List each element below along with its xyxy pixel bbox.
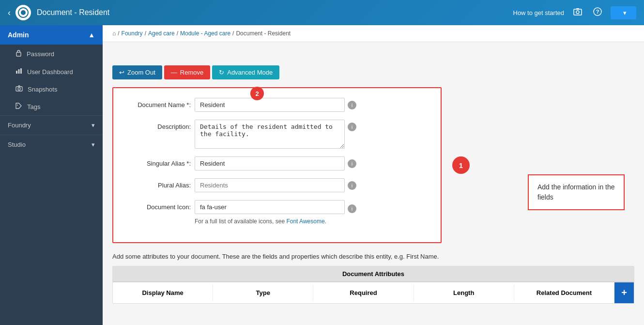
user-menu-button[interactable]: ▾: [611, 6, 636, 19]
sidebar-item-password[interactable]: Password: [0, 45, 103, 63]
studio-chevron-icon: ▾: [92, 141, 95, 148]
attributes-description: Add some attributes to your document. Th…: [112, 253, 634, 260]
col-related-document: Related Document: [514, 284, 614, 301]
col-display-name: Display Name: [113, 284, 213, 301]
svg-rect-10: [20, 68, 22, 74]
plural-alias-input[interactable]: [195, 178, 345, 192]
breadcrumb-sep3: /: [177, 30, 178, 37]
singular-alias-info-icon[interactable]: i: [348, 159, 356, 168]
sidebar-item-user-dashboard[interactable]: User Dashboard: [0, 63, 103, 80]
advanced-mode-label: Advanced Mode: [227, 69, 273, 76]
back-button[interactable]: ‹: [8, 8, 11, 18]
lock-icon: [15, 49, 22, 58]
remove-icon: —: [171, 69, 177, 76]
callout-text: Add the information in the fields: [537, 183, 615, 201]
plural-alias-info-icon[interactable]: i: [348, 181, 356, 190]
sidebar-item-user-dashboard-label: User Dashboard: [27, 68, 73, 76]
description-label: Description:: [128, 120, 191, 130]
home-icon[interactable]: ⌂: [112, 30, 116, 37]
attributes-section: Add some attributes to your document. Th…: [112, 253, 634, 304]
sidebar-admin-header[interactable]: Admin ▲: [0, 25, 103, 45]
breadcrumb-sep4: /: [232, 30, 234, 37]
callout-box: Add the information in the fields: [528, 174, 625, 210]
document-icon-info-icon[interactable]: i: [348, 204, 356, 213]
help-text: How to get started: [513, 9, 565, 16]
plural-alias-label: Plural Alias:: [128, 178, 191, 189]
topbar-right: How to get started ? ▾: [513, 5, 637, 20]
chart-icon: [15, 68, 22, 76]
col-required: Required: [313, 284, 414, 301]
sidebar-item-snapshots[interactable]: Snapshots: [0, 80, 103, 98]
svg-rect-9: [18, 69, 20, 74]
sidebar-item-tags-label: Tags: [27, 103, 40, 110]
main-content: ⌂ / Foundry / Aged care / Module - Aged …: [103, 25, 644, 325]
foundry-chevron-icon: ▾: [92, 122, 95, 129]
svg-rect-7: [16, 52, 21, 56]
plus-icon: +: [621, 287, 627, 298]
zoom-out-icon: ↩: [119, 69, 124, 76]
app-logo: [15, 5, 31, 20]
sidebar: Admin ▲ Password User Dashboard Snapshot…: [0, 25, 103, 325]
step1-badge: 1: [452, 156, 470, 174]
breadcrumb-aged-care[interactable]: Aged care: [148, 30, 175, 37]
breadcrumb-sep2: /: [145, 30, 146, 37]
remove-button[interactable]: — Remove: [164, 65, 210, 79]
col-type: Type: [213, 284, 313, 301]
description-row: Description: Details of the resident adm…: [128, 120, 426, 149]
add-attribute-button[interactable]: +: [614, 282, 634, 303]
breadcrumb-foundry[interactable]: Foundry: [122, 30, 143, 37]
document-name-label: Document Name *:: [128, 98, 191, 108]
zoom-out-button[interactable]: ↩ Zoom Out: [112, 65, 162, 79]
page-title: Document - Resident: [37, 8, 513, 17]
svg-rect-4: [576, 8, 579, 10]
toolbar: ↩ Zoom Out — Remove ↻ Advanced Mode: [112, 65, 634, 79]
svg-point-13: [17, 105, 18, 106]
sidebar-item-password-label: Password: [27, 50, 54, 58]
sidebar-item-snapshots-label: Snapshots: [28, 86, 57, 93]
sidebar-foundry-label: Foundry: [8, 122, 31, 129]
description-input[interactable]: Details of the resident admitted to the …: [195, 120, 345, 149]
breadcrumb-current: Document - Resident: [236, 30, 291, 37]
svg-point-3: [576, 11, 579, 14]
step2-badge: 2: [250, 87, 264, 100]
font-awesome-link[interactable]: Font Awesome: [286, 218, 324, 225]
document-name-info-icon[interactable]: i: [348, 101, 356, 109]
document-attributes-table: Document Attributes Display Name Type Re…: [112, 266, 634, 304]
table-columns-row: Display Name Type Required Length Relate…: [113, 282, 634, 303]
document-icon-label: Document Icon:: [128, 200, 191, 211]
description-info-icon[interactable]: i: [348, 123, 356, 131]
remove-label: Remove: [180, 69, 203, 76]
icon-note-text: For a full list of available icons, see …: [195, 218, 326, 225]
screenshot-icon[interactable]: [571, 5, 584, 20]
plural-alias-row: Plural Alias: i: [128, 178, 426, 192]
singular-alias-input[interactable]: [195, 156, 345, 170]
singular-alias-label: Singular Alias *:: [128, 156, 191, 167]
chevron-down-icon: ▾: [623, 9, 627, 16]
breadcrumb-sep1: /: [118, 30, 119, 37]
document-icon-row: Document Icon: i For a full list of avai…: [128, 200, 426, 225]
col-length: Length: [414, 284, 514, 301]
tag-icon: [15, 103, 22, 110]
admin-chevron-icon: ▲: [88, 31, 95, 39]
svg-rect-2: [574, 9, 582, 15]
singular-alias-row: Singular Alias *: i: [128, 156, 426, 170]
sidebar-item-tags[interactable]: Tags: [0, 98, 103, 115]
document-icon-input[interactable]: [195, 200, 345, 214]
document-name-input-wrap: i: [195, 98, 426, 112]
admin-label: Admin: [8, 31, 29, 39]
content-area: 2 ↩ Zoom Out — Remove ↻ Advanced Mode: [103, 42, 644, 311]
help-icon[interactable]: ?: [591, 5, 604, 20]
advanced-mode-button[interactable]: ↻ Advanced Mode: [212, 65, 279, 79]
sidebar-studio-label: Studio: [8, 141, 26, 148]
document-name-row: Document Name *: i: [128, 98, 426, 112]
sidebar-section-foundry[interactable]: Foundry ▾: [0, 115, 103, 135]
topbar: ‹ Document - Resident How to get started…: [0, 0, 644, 25]
svg-rect-8: [16, 71, 17, 74]
advanced-mode-icon: ↻: [219, 69, 224, 76]
document-form: Document Name *: i Description: Details …: [112, 87, 442, 243]
svg-point-12: [18, 88, 20, 90]
breadcrumb-module[interactable]: Module - Aged care: [180, 30, 230, 37]
sidebar-section-studio[interactable]: Studio ▾: [0, 135, 103, 154]
svg-point-1: [21, 10, 26, 15]
document-name-input[interactable]: [195, 98, 345, 112]
